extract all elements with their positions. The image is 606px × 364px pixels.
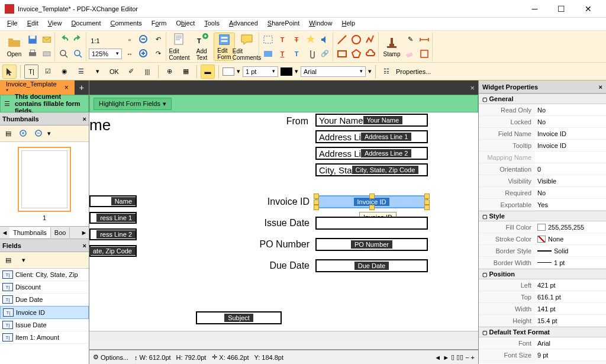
status-single-page-icon[interactable]: ▯ [451,353,454,361]
email-button[interactable] [40,33,53,46]
edit-comments-button[interactable]: Edit Comments [236,33,257,61]
field-item[interactable]: T|Due Date [0,294,89,306]
actual-size-button[interactable]: 1:1 [89,34,102,47]
fill-color-swatch[interactable] [223,67,234,76]
field-due-date[interactable]: Due Date [315,259,428,272]
form-tool-icon[interactable] [262,47,275,60]
polygon-shape-icon[interactable] [350,47,363,60]
prop-row[interactable]: Font Size9 pt [479,349,606,361]
print-button[interactable] [26,47,39,60]
barcode-tool[interactable]: ||| [140,65,154,79]
zoom-in-button[interactable] [137,47,150,60]
field-issue-date[interactable] [315,217,428,230]
edit-content-button[interactable]: Edit Content [169,33,190,61]
line-shape-icon[interactable] [336,33,349,46]
field-left-a1[interactable]: ress Line 1 [89,212,137,224]
prop-row[interactable]: FontArial [479,337,606,349]
section-general[interactable]: General [479,94,606,104]
minimize-button[interactable]: ─ [521,1,548,17]
tab-close-icon[interactable]: × [65,83,69,92]
field-item[interactable]: T|Discount [0,281,89,294]
stamp-button[interactable]: Stamp [381,33,402,61]
prop-row[interactable]: Mapping Name [479,152,606,163]
fit-width-button[interactable]: ↔ [123,47,136,60]
prop-row[interactable]: Height15.4 pt [479,315,606,327]
prop-row[interactable]: Border Width 1 pt [479,257,606,269]
menu-edit[interactable]: Edit [22,18,43,30]
status-options[interactable]: ⚙ Options... [93,353,128,361]
panel-tab-next[interactable]: ► [79,228,89,237]
thumb-zoom-in-icon[interactable] [17,127,31,141]
prop-row[interactable]: ExportableYes [479,199,606,211]
keep-mode-tool[interactable]: ⊕ [162,65,176,79]
sound-tool-icon[interactable] [318,33,331,46]
prop-row[interactable]: TooltipInvoice ID [479,140,606,152]
prop-row[interactable]: VisibilityVisible [479,175,606,187]
tabstrip-close-icon[interactable]: × [470,83,475,92]
strikeout-tool-icon[interactable]: T [290,33,303,46]
h-scrollbar[interactable] [89,331,478,340]
document-viewport[interactable]: me From Your Name Your Name Address Li A… [89,112,478,331]
prop-row[interactable]: Stroke ColorNone [479,233,606,245]
edit-form-button[interactable]: Edit Form [214,33,235,61]
panel-tab-prev[interactable]: ◄ [0,228,9,237]
thumb-zoom-out-icon[interactable] [32,127,46,141]
star-tool-icon[interactable] [304,33,317,46]
menu-window[interactable]: Window [304,18,337,30]
menu-comments[interactable]: Comments [106,18,147,30]
list-tool[interactable]: ☰ [74,65,88,79]
highlight-tool-icon[interactable]: T [276,33,289,46]
signature-tool[interactable]: ✐ [124,65,138,79]
measure-area-icon[interactable] [418,47,431,60]
status-prev-icon[interactable]: ◄ [434,354,441,361]
prop-row[interactable]: Orientation0 [479,163,606,175]
add-tab-button[interactable]: + [75,83,89,92]
pdf-page[interactable]: me From Your Name Your Name Address Li A… [89,112,478,331]
properties-icon[interactable]: ☷ [379,65,394,79]
field-left-name[interactable]: Name [89,195,137,207]
field-addr1[interactable]: Address Li Address Line 1 [315,130,428,143]
pencil-tool-icon[interactable]: ✎ [404,33,417,46]
prop-row[interactable]: Top616.1 pt [479,291,606,303]
checkbox-tool[interactable]: ☑ [41,65,55,79]
menu-help[interactable]: Help [337,18,360,30]
undo-button[interactable] [57,33,70,46]
prop-row[interactable]: Fill Color255,255,255 [479,221,606,233]
zoom-combo[interactable]: 125% [89,49,122,59]
fields-dropdown-icon[interactable]: ▾ [17,253,31,268]
circle-shape-icon[interactable] [350,33,363,46]
section-dtf[interactable]: Default Text Format [479,327,606,337]
status-next-icon[interactable]: ► [443,354,449,361]
polyline-shape-icon[interactable] [364,33,377,46]
field-city[interactable]: City, Sta City, State, Zip Code [315,163,428,176]
field-addr2[interactable]: Address Li Address Line 2 [315,147,428,160]
fit-page-button[interactable]: ▫ [123,33,136,46]
field-po-number[interactable]: PO Number [315,238,428,251]
underline-tool-icon[interactable]: T [276,47,289,60]
prop-row[interactable]: Width141 pt [479,303,606,315]
stroke-color-swatch[interactable] [281,67,292,76]
menu-tools[interactable]: Tools [199,18,224,30]
scan-button[interactable] [40,47,53,60]
rect-shape-icon[interactable] [336,47,349,60]
highlight-form-fields-button[interactable]: Highlight Form Fields▾ [94,98,172,110]
menu-view[interactable]: View [43,18,67,30]
thumbnail-page-1[interactable] [18,147,71,212]
redo-button[interactable] [72,33,85,46]
measure-dist-icon[interactable] [418,33,431,46]
prop-row[interactable]: Border Style Solid [479,245,606,257]
pointer-tool[interactable] [2,65,17,79]
section-position[interactable]: Position [479,269,606,279]
field-invoice-id[interactable]: Invoice ID [315,195,428,208]
props-close-icon[interactable]: × [599,83,602,91]
prop-row[interactable]: RequiredNo [479,187,606,199]
menu-object[interactable]: Object [171,18,199,30]
field-item[interactable]: T|Invoice ID [0,306,89,319]
select-text-tool-icon[interactable] [262,33,275,46]
status-facing-icon[interactable]: ▯▯ [456,353,463,361]
status-zoom-in-icon[interactable]: + [471,354,475,361]
prop-row[interactable]: Left421 pt [479,279,606,291]
maximize-button[interactable]: ☐ [548,1,575,17]
cloud-shape-icon[interactable] [364,47,377,60]
prop-row[interactable]: Field NameInvoice ID [479,128,606,140]
